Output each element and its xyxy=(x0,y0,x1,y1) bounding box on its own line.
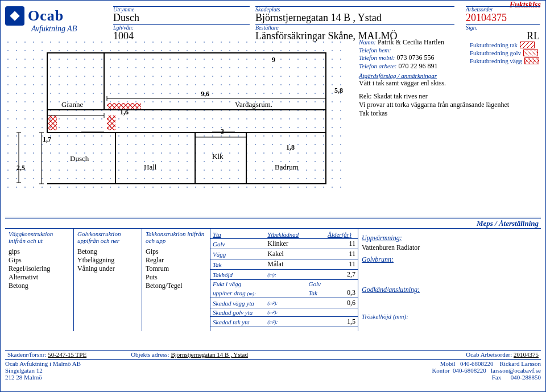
logo-text: Ocab xyxy=(28,7,64,24)
room-klk: Klk xyxy=(212,152,224,160)
yta-table: Yta Ytbeklädnad Ålder(år) Golv Klinker 1… xyxy=(210,229,358,331)
skt-u: (m²): xyxy=(265,317,306,327)
col1-item: gips xyxy=(9,247,70,256)
yta-tak-a: 11 xyxy=(325,259,358,270)
namn-value: Patrik & Cecilia Hartlen xyxy=(378,38,444,46)
yta-golv-a: 11 xyxy=(325,239,358,249)
kontor-value: 040-6808220 xyxy=(453,367,486,374)
atgard-line1: Vått i tak samt väggar enl skiss. xyxy=(359,79,541,88)
dim-9: 9 xyxy=(272,56,275,64)
col2-item: Våning under xyxy=(77,265,138,273)
fax-label: Fax xyxy=(492,374,502,381)
dim-3: 3 xyxy=(221,127,224,135)
drag-l: upp/ner drag xyxy=(213,290,246,296)
room-vardagsrum: Vardagsrum. xyxy=(235,100,272,109)
floor-plan: 9,6 1,6 1,7 2,5 9 5,8 3 1,8 Granne Varda… xyxy=(7,42,349,192)
logo-icon xyxy=(5,6,24,26)
utrymme-value: Dusch xyxy=(113,12,139,23)
kontor-label: Kontor xyxy=(432,367,449,374)
mobil-value: 040-6808220 xyxy=(460,360,494,367)
atgard-line3: Vi provar att torka väggarna från angrän… xyxy=(359,101,541,109)
skadeplats-value: Björnstjernegatan 14 B , Ystad xyxy=(255,12,382,23)
yta-vagg-m: Kakel xyxy=(265,249,306,259)
skv-u: (m²): xyxy=(265,298,306,308)
mobil-name: Rickard Larsson xyxy=(500,360,541,367)
construction-columns: Väggkonstruktion inifrån och ut gips Gip… xyxy=(5,228,541,331)
namn-label: Namn: xyxy=(359,39,376,46)
golvbrunn-heading: Golvbrunn: xyxy=(362,255,445,264)
company-logo: Ocab xyxy=(5,6,64,26)
footer-company: Ocab Avfuktning i Malmö AB xyxy=(5,360,81,367)
skv-v: 0,6 xyxy=(325,298,358,308)
skadnr-value: 50-247-15 TPE xyxy=(48,351,86,358)
dim-1-6: 1,6 xyxy=(120,108,129,116)
col3-item: Reglar xyxy=(146,256,206,265)
drag-u: (m): xyxy=(247,291,257,296)
yta-tak-m: Målat xyxy=(265,259,306,270)
skg-l: Skadad golv yta xyxy=(210,308,265,317)
drag-tak: Tak xyxy=(307,288,326,298)
hatch-vagg-icon xyxy=(524,57,539,64)
mobil-label: Mobil xyxy=(440,360,456,367)
page-footer: Ocab Avfuktning i Malmö AB Singelgatan 1… xyxy=(5,360,541,381)
arb-value: 20104375 xyxy=(514,351,539,358)
dim-9-6: 9,6 xyxy=(201,90,209,98)
dim-1-8: 1,8 xyxy=(286,143,295,151)
yta-h3: Ålder(år) xyxy=(325,230,358,239)
svg-rect-6 xyxy=(48,115,57,130)
logo-subtitle: Avfuktning AB xyxy=(31,24,77,34)
yta-vagg-a: 11 xyxy=(325,249,358,259)
takhojd-v: 2,7 xyxy=(325,270,358,280)
atgard-line4: Tak torkas xyxy=(359,109,541,118)
godkand-heading: Godkänd/anslutning: xyxy=(362,286,445,294)
drag-v: 0,3 xyxy=(325,288,358,298)
lgh-value: 1004 xyxy=(113,30,134,42)
dim-2-5: 2,5 xyxy=(16,164,25,172)
legend: Fuktutbredning tak Fuktutbredning golv F… xyxy=(470,42,544,65)
troskel-unit: (mm): xyxy=(393,313,408,320)
yta-h1: Yta xyxy=(210,230,265,239)
lgh-label: Lgh/vån: xyxy=(113,25,250,31)
tel-mob-label: Telefon mobil: xyxy=(359,54,395,61)
meps-heading: Meps / Återställning xyxy=(477,219,539,228)
footer-addr2: 212 28 Malmö xyxy=(5,374,81,381)
col1-item: Regel/isolering xyxy=(9,265,70,273)
header: Ocab Avfuktning AB Utrymme Dusch Lgh/vån… xyxy=(5,4,541,38)
svg-rect-5 xyxy=(107,115,115,130)
takhojd-l: Takhöjd xyxy=(210,270,265,280)
col3-item: Gips xyxy=(146,247,206,256)
col2-item: Betong xyxy=(77,247,138,256)
room-badrum: Badrum xyxy=(275,163,299,171)
kontor-email: larsson@ocabavf.se xyxy=(491,367,541,374)
uppv-heading: Uppvärmning: xyxy=(362,234,445,242)
col1-item: Gips xyxy=(9,256,70,265)
footer-addr1: Singelgatan 12 xyxy=(5,367,81,374)
yta-golv-l: Golv xyxy=(210,239,265,249)
yta-vagg-l: Vägg xyxy=(210,249,265,259)
room-dusch: Dusch xyxy=(70,154,89,163)
takhojd-u: (m): xyxy=(265,270,306,280)
right-column: Uppvärmning: Vattenburen Radiator Golvbr… xyxy=(358,229,449,331)
footer-bar: Skadenr/försnr: 50-247-15 TPE Objekts ad… xyxy=(5,350,541,360)
legend-vagg-label: Fuktutbredning vägg xyxy=(470,57,522,64)
col1-heading: Väggkonstruktion inifrån och ut xyxy=(9,230,70,244)
dim-5-8: 5,8 xyxy=(334,86,343,94)
skv-l: Skadad vägg yta xyxy=(210,298,265,308)
skadnr-label: Skadenr/försnr: xyxy=(7,351,46,358)
objadr-label: Objekts adress: xyxy=(131,351,169,358)
arb-label: Ocab Arbetsorder: xyxy=(466,351,512,358)
objadr-value: Björnstjernegatan 14 B , Ystad xyxy=(171,351,248,358)
col3-item: Betong/Tegel xyxy=(146,282,206,290)
yta-golv-m: Klinker xyxy=(265,239,306,249)
legend-golv-label: Fuktutbredning golv xyxy=(470,49,521,56)
fukt-l: Fukt i vägg xyxy=(210,280,265,288)
skg-u: (m²): xyxy=(265,308,306,317)
arbetsorder-value: 20104375 xyxy=(466,12,507,23)
yta-h2: Ytbeklädnad xyxy=(265,230,306,239)
skt-v: 1,5 xyxy=(325,317,358,327)
col2-heading: Golvkonstruktion uppifrån och ner xyxy=(77,230,138,244)
col3-item: Tomrum xyxy=(146,265,206,273)
room-hall: Hall xyxy=(144,163,157,171)
tel-arb-value: 070 22 96 891 xyxy=(399,62,438,70)
col3-item: Puts xyxy=(146,273,206,282)
